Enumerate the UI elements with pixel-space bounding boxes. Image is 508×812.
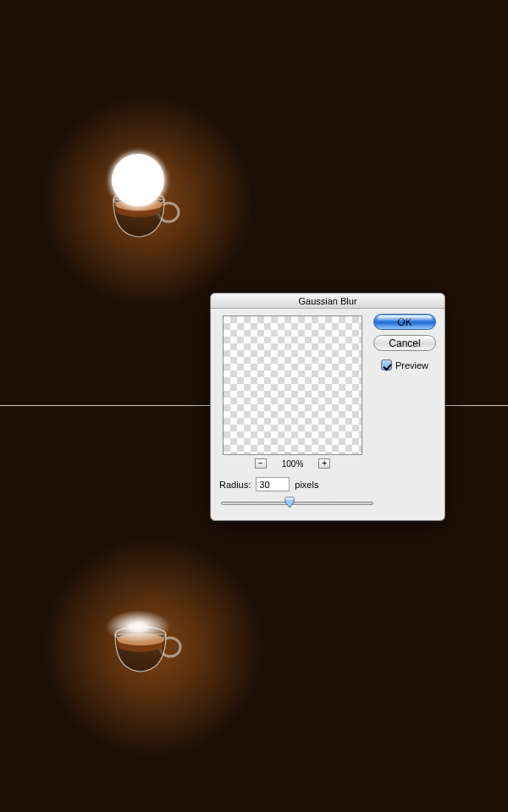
svg-point-5 <box>117 634 164 645</box>
cancel-button[interactable]: Cancel <box>373 335 436 351</box>
slider-track <box>221 502 373 505</box>
gaussian-blur-dialog: Gaussian Blur − 100% + Radius: pixels <box>210 293 445 521</box>
ok-button[interactable]: OK <box>373 314 436 330</box>
zoom-out-button[interactable]: − <box>255 458 267 469</box>
preview-checkbox-label: Preview <box>395 360 428 370</box>
radius-slider[interactable] <box>221 497 373 510</box>
preview-checkbox-row[interactable]: Preview <box>381 359 428 370</box>
canvas: Gaussian Blur − 100% + Radius: pixels <box>0 0 508 812</box>
radius-label: Radius: <box>219 480 251 490</box>
dialog-body: − 100% + Radius: pixels OK <box>211 309 444 520</box>
radius-row: Radius: pixels <box>219 477 436 491</box>
zoom-row: − 100% + <box>219 458 366 469</box>
highlight-unblurred <box>112 154 164 206</box>
zoom-level: 100% <box>282 459 304 469</box>
radius-input[interactable] <box>256 477 290 491</box>
dialog-title[interactable]: Gaussian Blur <box>211 294 444 309</box>
radius-unit: pixels <box>295 480 318 490</box>
slider-thumb[interactable] <box>284 497 295 508</box>
dialog-buttons: OK Cancel Preview <box>373 314 436 370</box>
zoom-in-button[interactable]: + <box>318 458 330 469</box>
preview-thumbnail[interactable] <box>223 315 362 455</box>
coffee-cup-bottom <box>107 619 183 678</box>
preview-checkbox[interactable] <box>381 359 392 370</box>
